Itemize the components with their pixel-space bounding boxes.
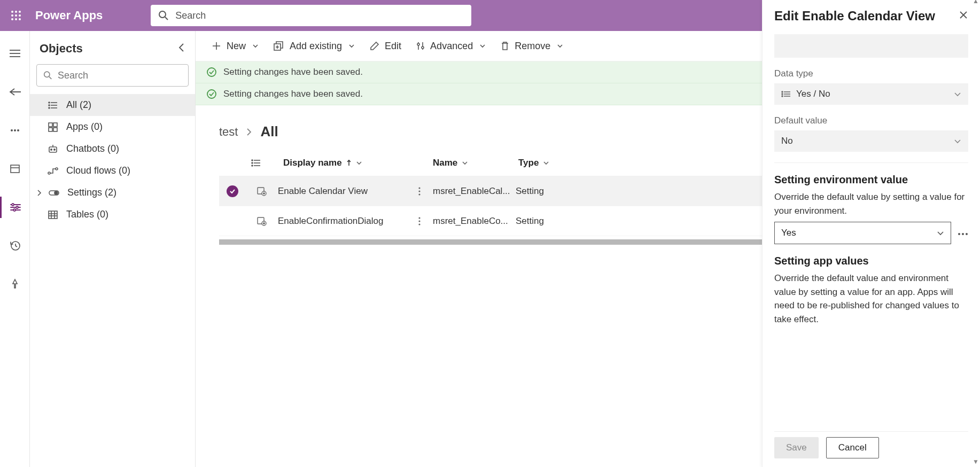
notification-text: Setting changes have been saved. [223, 67, 363, 77]
chevron-right-icon [246, 128, 252, 136]
svg-line-10 [165, 17, 168, 20]
notification-text: Setting changes have been saved. [223, 89, 363, 99]
app-section-desc: Override the default value and environme… [774, 271, 968, 326]
advanced-button[interactable]: Advanced [410, 37, 492, 55]
svg-point-23 [12, 204, 14, 206]
cancel-button[interactable]: Cancel [826, 437, 879, 458]
sidebar-item-chatbots[interactable]: Chatbots (0) [30, 138, 195, 160]
svg-rect-39 [49, 128, 52, 131]
environment-value-select[interactable]: Yes [774, 222, 951, 244]
svg-point-19 [17, 129, 19, 131]
sidebar-item-label: Cloud flows (0) [66, 165, 130, 176]
svg-line-30 [49, 77, 51, 79]
svg-point-27 [13, 209, 15, 211]
search-icon [158, 10, 169, 21]
sidebar-search-input[interactable] [58, 70, 182, 81]
global-search-input[interactable] [175, 10, 464, 21]
edit-label: Edit [385, 41, 401, 52]
row-display-name[interactable]: EnableConfirmationDialog [278, 216, 406, 227]
boolean-icon [781, 90, 791, 98]
new-label: New [227, 41, 246, 52]
save-button[interactable]: Save [774, 437, 819, 458]
svg-point-35 [49, 105, 50, 106]
apps-icon [47, 122, 59, 132]
svg-point-80 [418, 217, 420, 219]
bot-icon [47, 144, 59, 154]
rail-back-icon[interactable] [0, 81, 30, 103]
global-search[interactable] [151, 5, 471, 26]
breadcrumb-current: All [260, 123, 278, 140]
row-more-icon[interactable] [406, 186, 433, 196]
default-value: No [781, 136, 793, 146]
sidebar-item-apps[interactable]: Apps (0) [30, 116, 195, 138]
row-checkbox[interactable] [219, 185, 246, 197]
breadcrumb-parent[interactable]: test [219, 125, 238, 139]
col-name[interactable]: Name [433, 158, 518, 168]
row-more-icon[interactable] [406, 216, 433, 226]
svg-point-89 [782, 94, 783, 95]
close-icon[interactable] [959, 10, 968, 22]
sidebar-item-label: Apps (0) [66, 121, 103, 133]
add-existing-label: Add existing [290, 41, 342, 52]
sidebar-item-all[interactable]: All (2) [30, 94, 195, 116]
svg-point-82 [418, 223, 420, 225]
edit-setting-panel: ▲ ▼ Edit Enable Calendar View Data type … [762, 0, 980, 467]
data-type-label: Data type [774, 68, 968, 79]
rail-more-icon[interactable] [0, 120, 30, 141]
success-icon [206, 67, 217, 77]
sidebar-collapse-icon[interactable] [178, 42, 185, 56]
svg-point-63 [207, 68, 216, 76]
sidebar-item-tables[interactable]: Tables (0) [30, 204, 195, 225]
rail-table-icon[interactable] [0, 158, 30, 180]
svg-rect-49 [49, 211, 57, 219]
add-existing-button[interactable]: Add existing [267, 37, 361, 55]
chevron-down-icon [557, 43, 563, 49]
svg-point-73 [263, 192, 265, 193]
new-button[interactable]: New [205, 37, 265, 55]
svg-point-1 [15, 11, 17, 13]
svg-point-69 [252, 162, 253, 164]
sidebar-item-label: Settings (2) [67, 187, 116, 198]
sidebar-item-settings[interactable]: Settings (2) [30, 182, 195, 204]
data-type-value: Yes / No [796, 89, 830, 99]
svg-point-17 [11, 129, 13, 131]
rail-publish-icon[interactable] [0, 274, 30, 295]
svg-point-64 [207, 90, 216, 98]
more-options-icon[interactable] [958, 228, 968, 238]
rail-settings-icon[interactable] [0, 197, 30, 218]
app-launcher-icon[interactable] [6, 6, 26, 25]
setting-entity-icon [246, 186, 278, 196]
nav-rail [0, 31, 30, 467]
row-type: Setting [516, 186, 606, 197]
advanced-label: Advanced [430, 41, 473, 52]
remove-button[interactable]: Remove [494, 37, 570, 55]
col-display-name[interactable]: Display name [283, 158, 433, 168]
svg-rect-37 [49, 123, 52, 127]
svg-point-91 [958, 233, 960, 235]
environment-value: Yes [781, 228, 796, 238]
default-value-select[interactable]: No [774, 130, 968, 152]
data-type-select[interactable]: Yes / No [774, 83, 968, 105]
svg-point-90 [782, 96, 783, 97]
svg-point-48 [55, 191, 58, 194]
chevron-right-icon [34, 189, 44, 197]
rail-menu-icon[interactable] [0, 43, 30, 64]
svg-point-5 [19, 14, 21, 17]
row-name: msret_EnableCal... [433, 186, 516, 197]
svg-point-2 [19, 11, 21, 13]
row-display-name[interactable]: Enable Calendar View [278, 186, 406, 197]
col-type[interactable]: Type [518, 158, 609, 168]
svg-point-29 [44, 72, 50, 77]
rail-history-icon[interactable] [0, 235, 30, 256]
sidebar-item-cloudflows[interactable]: Cloud flows (0) [30, 160, 195, 182]
svg-point-68 [252, 160, 253, 161]
svg-point-25 [16, 206, 18, 208]
list-view-icon[interactable] [251, 159, 283, 167]
name-field[interactable] [774, 34, 968, 58]
svg-point-92 [962, 233, 964, 235]
chevron-down-icon [356, 160, 362, 166]
sidebar-search[interactable] [36, 64, 189, 87]
sidebar-title: Objects [40, 42, 83, 56]
edit-button[interactable]: Edit [363, 37, 408, 55]
env-section-title: Setting environment value [774, 174, 968, 186]
